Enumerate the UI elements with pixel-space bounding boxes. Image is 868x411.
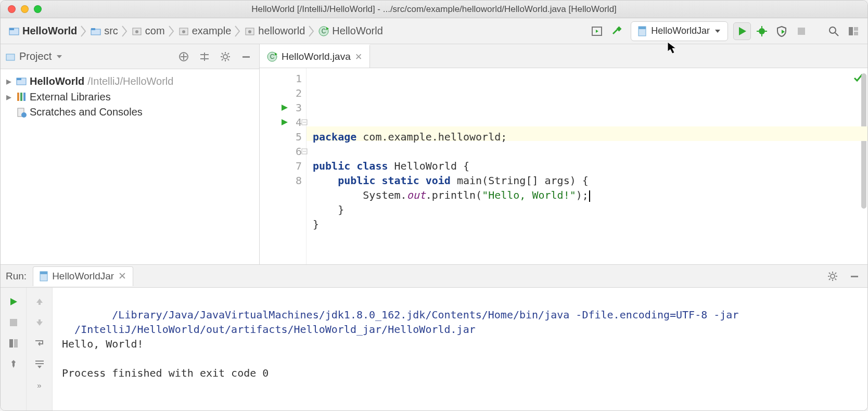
- svg-point-27: [829, 27, 836, 33]
- run-config-selector[interactable]: HelloWorldJar: [631, 21, 728, 41]
- close-run-tab-button[interactable]: ✕: [118, 270, 126, 282]
- project-tool-window: Project ▸HelloWorld /IntelliJ/HelloWorld…: [1, 44, 260, 264]
- code-line[interactable]: package com.example.helloworld;: [313, 130, 867, 144]
- breadcrumb-separator: [308, 24, 315, 38]
- code-line[interactable]: }: [313, 217, 867, 232]
- expand-all-button[interactable]: [197, 49, 212, 65]
- project-view-selector[interactable]: Project: [6, 50, 63, 62]
- scroll-end-button[interactable]: [32, 356, 47, 372]
- zoom-window-button[interactable]: [34, 5, 42, 13]
- settings-button[interactable]: [218, 49, 233, 65]
- svg-point-68: [831, 274, 835, 278]
- svg-marker-25: [782, 30, 785, 34]
- project-structure-button[interactable]: [845, 22, 862, 40]
- scratches-icon: [16, 107, 27, 118]
- close-window-button[interactable]: [8, 5, 16, 13]
- run-panel-tab-label: HelloWorldJar: [52, 271, 114, 282]
- breadcrumb-label: example: [192, 25, 232, 37]
- run-settings-button[interactable]: [825, 268, 840, 284]
- run-gutter-icon[interactable]: [280, 104, 289, 112]
- code-line[interactable]: System.out.println("Hello, World!");: [313, 188, 867, 202]
- code-body[interactable]: package com.example.helloworld;public cl…: [307, 68, 867, 264]
- svg-marker-84: [36, 322, 43, 326]
- expand-arrow-icon[interactable]: ▸: [5, 75, 13, 87]
- search-everywhere-button[interactable]: [825, 22, 843, 40]
- breadcrumb-item-helloworld[interactable]: CHelloWorld: [315, 24, 386, 38]
- console-output[interactable]: /Library/Java/JavaVirtualMachines/jdk1.8…: [53, 288, 867, 410]
- breadcrumb-item-com[interactable]: com: [129, 24, 168, 38]
- svg-rect-67: [40, 272, 47, 274]
- svg-marker-60: [282, 105, 288, 111]
- more-button[interactable]: »: [32, 377, 47, 393]
- breadcrumb-item-helloworld[interactable]: HelloWorld: [6, 24, 80, 38]
- code-line[interactable]: [313, 232, 867, 246]
- stop-button[interactable]: [793, 22, 810, 40]
- code-line[interactable]: }: [313, 202, 867, 217]
- up-stack-button[interactable]: [32, 294, 47, 310]
- jar-icon: [637, 25, 647, 37]
- breadcrumb-item-helloworld[interactable]: helloworld: [241, 24, 308, 38]
- expand-arrow-icon[interactable]: ▸: [5, 91, 13, 103]
- run-dashboard-icon[interactable]: [588, 22, 606, 40]
- code-editor[interactable]: 12345678 package com.example.helloworld;…: [260, 68, 867, 264]
- breadcrumb-separator: [168, 24, 175, 38]
- run-gutter-icon[interactable]: [280, 118, 289, 126]
- rerun-button[interactable]: [6, 294, 21, 310]
- soft-wrap-button[interactable]: [32, 336, 47, 351]
- run-console-toolbar: »: [27, 288, 53, 410]
- layout-button[interactable]: [6, 336, 21, 351]
- console-stdout: Hello, World!: [62, 338, 144, 350]
- svg-line-73: [829, 273, 831, 274]
- svg-rect-49: [242, 56, 250, 58]
- console-command: /Library/Java/JavaVirtualMachines/jdk1.8…: [62, 309, 738, 336]
- svg-rect-77: [851, 276, 858, 277]
- svg-point-9: [248, 30, 251, 33]
- tree-node-scratches-and-consoles[interactable]: Scratches and Consoles: [4, 105, 256, 120]
- svg-rect-1: [9, 28, 14, 30]
- run-tool-window: Run: HelloWorldJar ✕ »: [1, 265, 867, 410]
- svg-line-28: [835, 33, 838, 36]
- libs-icon: [16, 92, 27, 102]
- gutter[interactable]: 12345678: [260, 68, 307, 264]
- module-icon: [9, 27, 19, 36]
- code-line[interactable]: public static void main(String[] args) {: [313, 173, 867, 188]
- window-title: HelloWorld [/IntelliJ/HelloWorld] - .../…: [1, 4, 867, 15]
- svg-rect-80: [9, 339, 13, 348]
- code-line[interactable]: [313, 144, 867, 159]
- svg-marker-82: [36, 299, 43, 303]
- svg-rect-17: [639, 27, 646, 29]
- svg-marker-61: [282, 119, 288, 125]
- project-tree[interactable]: ▸HelloWorld /IntelliJ/HelloWorld▸Externa…: [1, 69, 259, 264]
- hide-run-button[interactable]: [847, 268, 862, 284]
- svg-rect-30: [854, 27, 858, 31]
- code-line[interactable]: public class HelloWorld {: [313, 159, 867, 173]
- svg-line-46: [228, 59, 229, 60]
- breadcrumb-item-src[interactable]: src: [87, 24, 121, 38]
- svg-point-20: [759, 28, 765, 34]
- stop-run-button[interactable]: [6, 315, 21, 330]
- svg-marker-78: [10, 298, 17, 305]
- debug-button[interactable]: [753, 22, 771, 40]
- svg-rect-3: [91, 28, 95, 30]
- build-button[interactable]: [608, 22, 626, 40]
- tree-node-helloworld[interactable]: ▸HelloWorld /IntelliJ/HelloWorld: [4, 73, 256, 89]
- close-tab-button[interactable]: ✕: [355, 52, 362, 62]
- coverage-button[interactable]: [773, 22, 790, 40]
- svg-rect-85: [39, 319, 41, 322]
- svg-line-75: [829, 278, 831, 280]
- locate-button[interactable]: [176, 49, 192, 65]
- run-panel-tab[interactable]: HelloWorldJar ✕: [33, 266, 133, 286]
- svg-rect-32: [6, 54, 15, 60]
- tree-node-label: Scratches and Consoles: [30, 106, 143, 118]
- hide-button[interactable]: [238, 49, 254, 65]
- breadcrumb-item-example[interactable]: example: [175, 24, 235, 38]
- down-stack-button[interactable]: [32, 315, 47, 330]
- tree-node-external-libraries[interactable]: ▸External Libraries: [4, 89, 256, 105]
- editor-tab-helloworld[interactable]: C HelloWorld.java ✕: [260, 44, 370, 68]
- minimize-window-button[interactable]: [21, 5, 29, 13]
- run-button[interactable]: [733, 22, 751, 40]
- tree-node-path: /IntelliJ/HelloWorld: [87, 75, 173, 87]
- package-icon: [245, 27, 255, 36]
- module-icon: [16, 76, 27, 86]
- pin-button[interactable]: [6, 356, 21, 372]
